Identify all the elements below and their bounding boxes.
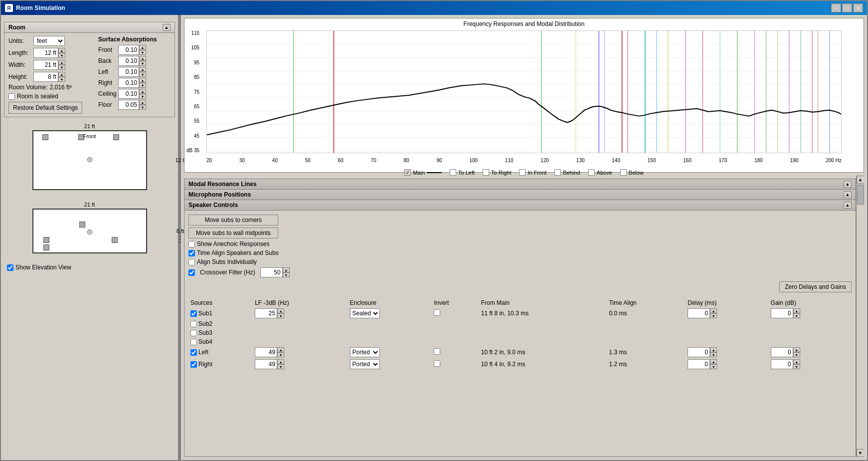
- right-delay-wrap[interactable]: ▲▼: [688, 359, 766, 369]
- right-checkbox[interactable]: [190, 361, 197, 368]
- right-lf-up[interactable]: ▲: [277, 359, 284, 364]
- move-midpoints-btn[interactable]: Move subs to wall midpoints: [188, 228, 278, 238]
- left-checkbox[interactable]: [190, 349, 197, 356]
- left-lf-field[interactable]: [255, 347, 277, 357]
- legend-infront-checkbox[interactable]: [519, 169, 525, 176]
- zero-delays-btn[interactable]: Zero Delays and Gains: [779, 281, 852, 292]
- floor-abs-field[interactable]: [118, 100, 139, 110]
- mic-center-top[interactable]: ⊙: [87, 157, 92, 162]
- sub1-lf-wrap[interactable]: ▲▼: [255, 308, 346, 318]
- left-gain-field[interactable]: [771, 347, 793, 357]
- right-abs-input[interactable]: ▲▼: [118, 78, 146, 88]
- back-abs-input[interactable]: ▲▼: [118, 56, 146, 66]
- speaker-controls-collapse[interactable]: ▲: [844, 202, 852, 209]
- floor-abs-up[interactable]: ▲: [139, 100, 146, 105]
- width-field[interactable]: [33, 60, 58, 70]
- left-abs-input[interactable]: ▲▼: [118, 67, 146, 77]
- sub1-delay-wrap[interactable]: ▲▼: [688, 308, 766, 318]
- sub4-checkbox[interactable]: [190, 339, 197, 345]
- mic-positions-header[interactable]: Microphone Positions ▲: [184, 190, 856, 200]
- right-gain-field[interactable]: [771, 359, 793, 369]
- show-anechoic-checkbox[interactable]: [188, 241, 195, 247]
- legend-toleft-checkbox[interactable]: [450, 169, 456, 176]
- height-down[interactable]: ▼: [58, 77, 65, 82]
- scroll-down-arrow[interactable]: ▼: [857, 449, 865, 457]
- close-button[interactable]: ✕: [853, 3, 863, 12]
- sealed-checkbox[interactable]: [8, 93, 15, 100]
- sub1-delay-up[interactable]: ▲: [710, 308, 717, 313]
- left-abs-down[interactable]: ▼: [139, 72, 146, 77]
- right-lf-wrap[interactable]: ▲▼: [255, 359, 346, 369]
- left-gain-up[interactable]: ▲: [793, 347, 800, 352]
- sub2-checkbox[interactable]: [190, 321, 197, 327]
- sub1-lf-up[interactable]: ▲: [277, 308, 284, 313]
- left-delay-field[interactable]: [688, 347, 710, 357]
- back-abs-up[interactable]: ▲: [139, 56, 146, 61]
- crossover-down[interactable]: ▼: [283, 272, 290, 277]
- sub1-lf-field[interactable]: [255, 308, 277, 318]
- back-abs-down[interactable]: ▼: [139, 61, 146, 66]
- sub3-checkbox[interactable]: [190, 330, 197, 336]
- scroll-thumb[interactable]: [857, 185, 864, 205]
- right-enc-select[interactable]: Sealed Ported: [350, 359, 380, 369]
- floor-abs-input[interactable]: ▲▼: [118, 100, 146, 110]
- ceiling-abs-down[interactable]: ▼: [139, 94, 146, 99]
- mic-center-side[interactable]: ⊙: [87, 230, 92, 234]
- sub1-gain-up[interactable]: ▲: [793, 308, 800, 313]
- length-input[interactable]: ▲ ▼: [33, 48, 65, 58]
- align-subs-checkbox[interactable]: [188, 259, 195, 265]
- left-gain-down[interactable]: ▼: [793, 352, 800, 357]
- crossover-field[interactable]: [260, 267, 283, 277]
- speaker-sub-extra[interactable]: [43, 244, 49, 250]
- restore-btn[interactable]: Restore Default Settings: [8, 102, 82, 114]
- room-header[interactable]: Room ▲: [4, 22, 174, 33]
- sub1-checkbox[interactable]: [190, 310, 197, 317]
- right-abs-down[interactable]: ▼: [139, 83, 146, 88]
- legend-below-checkbox[interactable]: [620, 169, 627, 176]
- minimize-button[interactable]: ─: [831, 3, 841, 12]
- left-gain-wrap[interactable]: ▲▼: [771, 347, 850, 357]
- left-delay-wrap[interactable]: ▲▼: [688, 347, 766, 357]
- legend-toright-checkbox[interactable]: [483, 169, 489, 176]
- move-corners-btn[interactable]: Move subs to corners: [188, 215, 278, 226]
- height-input[interactable]: ▲ ▼: [33, 72, 65, 82]
- left-lf-down[interactable]: ▼: [277, 352, 284, 357]
- speaker-fr-top[interactable]: [113, 134, 119, 140]
- left-lf-wrap[interactable]: ▲▼: [255, 347, 346, 357]
- legend-behind-checkbox[interactable]: [554, 169, 561, 176]
- time-align-checkbox[interactable]: [188, 250, 195, 256]
- sub1-gain-down[interactable]: ▼: [793, 313, 800, 318]
- front-abs-input[interactable]: ▲▼: [118, 45, 146, 55]
- front-abs-down[interactable]: ▼: [139, 50, 146, 55]
- crossover-checkbox[interactable]: [188, 269, 195, 276]
- sub1-delay-field[interactable]: [688, 308, 710, 318]
- room-collapse-btn[interactable]: ▲: [163, 24, 171, 31]
- right-gain-wrap[interactable]: ▲▼: [771, 359, 850, 369]
- width-down[interactable]: ▼: [58, 65, 65, 70]
- right-abs-up[interactable]: ▲: [139, 78, 146, 83]
- height-field[interactable]: [33, 72, 58, 82]
- left-enc-select[interactable]: Sealed Ported: [350, 347, 380, 357]
- speaker-fl-top[interactable]: [42, 134, 48, 140]
- right-abs-field[interactable]: [118, 78, 139, 88]
- speaker-controls-header[interactable]: Speaker Controls ▲: [184, 200, 856, 211]
- left-delay-down[interactable]: ▼: [710, 352, 717, 357]
- length-down[interactable]: ▼: [58, 53, 65, 58]
- height-up[interactable]: ▲: [58, 72, 65, 77]
- floor-abs-down[interactable]: ▼: [139, 105, 146, 110]
- right-gain-down[interactable]: ▼: [793, 364, 800, 369]
- left-lf-up[interactable]: ▲: [277, 347, 284, 352]
- width-input[interactable]: ▲ ▼: [33, 60, 65, 70]
- ceiling-abs-field[interactable]: [118, 89, 139, 99]
- left-abs-up[interactable]: ▲: [139, 67, 146, 72]
- mic-positions-collapse[interactable]: ▲: [844, 191, 852, 198]
- left-abs-field[interactable]: [118, 67, 139, 77]
- speaker-sub-bl[interactable]: [43, 237, 49, 243]
- sub1-delay-down[interactable]: ▼: [710, 313, 717, 318]
- units-select[interactable]: feet meters: [33, 36, 65, 46]
- left-delay-up[interactable]: ▲: [710, 347, 717, 352]
- legend-above-checkbox[interactable]: [588, 169, 595, 176]
- front-abs-field[interactable]: [118, 45, 139, 55]
- length-up[interactable]: ▲: [58, 48, 65, 53]
- modal-resonance-collapse[interactable]: ▲: [844, 181, 852, 188]
